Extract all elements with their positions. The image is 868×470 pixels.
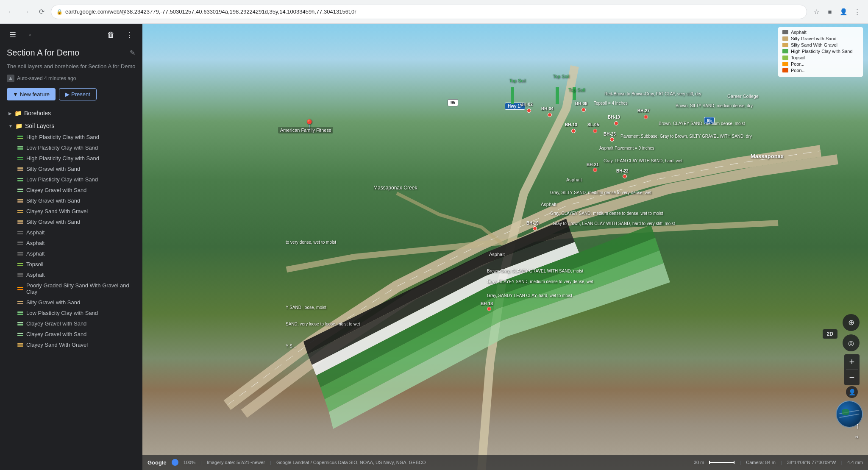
- svg-rect-4: [17, 157, 23, 158]
- layer-icon-7: [17, 209, 24, 214]
- street-view-button[interactable]: 👤: [846, 386, 858, 398]
- svg-rect-20: [17, 242, 23, 243]
- info-button[interactable]: [172, 459, 178, 466]
- scale-bar: [709, 461, 734, 464]
- layer-icon-5: [17, 187, 24, 193]
- forward-button[interactable]: →: [20, 6, 32, 18]
- layer-item-19[interactable]: Clayey Sand With Gravel: [7, 339, 139, 350]
- svg-rect-1: [17, 138, 23, 139]
- layer-item-11[interactable]: Asphalt: [7, 248, 139, 259]
- layer-item-8[interactable]: Silty Gravel with Sand: [7, 217, 139, 227]
- layer-icon-12: [17, 261, 24, 267]
- more-options-button[interactable]: ⋮: [122, 27, 137, 42]
- present-button[interactable]: ▶ Present: [59, 88, 97, 100]
- legend-item-silty-gravel: Silty Gravel with Sand: [782, 36, 859, 41]
- camera-info: Camera: 84 m: [746, 460, 776, 465]
- layer-label-14: Poorly Graded Silty Sand With Gravel and…: [26, 282, 137, 295]
- new-feature-icon: ▼: [13, 91, 18, 97]
- app-container: ☰ ← 🗑 ⋮ Section A for Demo ✎ The soil la…: [0, 24, 868, 470]
- layer-item-10[interactable]: Asphalt: [7, 238, 139, 248]
- legend-item-poor: Poor...: [782, 61, 859, 67]
- layer-item-7[interactable]: Clayey Sand With Gravel: [7, 206, 139, 217]
- layer-item-2[interactable]: High Plasticity Clay with Sand: [7, 153, 139, 164]
- svg-rect-12: [17, 199, 23, 200]
- layer-label-16: Low Plasticity Clay with Sand: [26, 310, 98, 316]
- svg-rect-36: [17, 333, 23, 334]
- bookmark-button[interactable]: ☆: [810, 6, 822, 18]
- separator1: |: [200, 460, 202, 465]
- layer-icon-14: [17, 286, 24, 292]
- svg-rect-7: [17, 170, 23, 171]
- legend-item-poon: Poon...: [782, 68, 859, 73]
- legend-color-poor: [782, 62, 788, 66]
- layer-icon-2: [17, 156, 24, 161]
- layer-label-6: Silty Gravel with Sand: [26, 197, 80, 204]
- layer-item-12[interactable]: Topsoil: [7, 259, 139, 270]
- layer-item-17[interactable]: Clayey Gravel with Sand: [7, 318, 139, 329]
- zoom-controls: + −: [844, 354, 860, 385]
- layer-item-6[interactable]: Silty Gravel with Sand: [7, 195, 139, 206]
- layer-icon-15: [17, 300, 24, 306]
- back-button[interactable]: ←: [5, 6, 17, 18]
- new-feature-button[interactable]: ▼ New feature: [7, 88, 56, 100]
- delete-button[interactable]: 🗑: [103, 27, 119, 42]
- boreholes-folder-header[interactable]: ▶ 📁 Boreholes: [7, 107, 139, 119]
- layer-label-18: Clayey Gravel with Sand: [26, 331, 86, 337]
- soil-layers-folder-header[interactable]: ▼ 📁 Soil Layers: [7, 120, 139, 132]
- layer-item-15[interactable]: Silty Gravel with Sand: [7, 297, 139, 308]
- gps-button[interactable]: ◎: [843, 334, 860, 351]
- layer-icon-1: [17, 145, 24, 151]
- layer-list: High Plasticity Clay with Sand Low Plast…: [7, 132, 139, 350]
- zoom-out-button[interactable]: −: [844, 370, 860, 385]
- layer-item-0[interactable]: High Plasticity Clay with Sand: [7, 132, 139, 142]
- svg-rect-10: [17, 189, 23, 190]
- layer-item-9[interactable]: Asphalt: [7, 227, 139, 238]
- zoom-in-button[interactable]: +: [844, 354, 860, 370]
- legend-color-silty-gravel: [782, 36, 788, 41]
- coordinates: 38°14'06"N 77°30'09"W: [787, 460, 836, 465]
- back-nav-button[interactable]: ←: [24, 27, 39, 42]
- project-title-text: Section A for Demo: [7, 48, 79, 58]
- svg-rect-34: [17, 322, 23, 323]
- layer-icon-6: [17, 198, 24, 204]
- layer-item-14[interactable]: Poorly Graded Silty Sand With Gravel and…: [7, 280, 139, 297]
- hwy17-badge: Hwy 17: [505, 103, 525, 110]
- 2d-button[interactable]: 2D: [823, 329, 837, 339]
- soil-layers-folder-label: Soil Layers: [25, 122, 54, 129]
- legend-color-high-plasticity: [782, 49, 788, 53]
- address-bar[interactable]: 🔒 earth.google.com/web/@38.23423779,-77.…: [51, 5, 807, 19]
- project-description: The soil layers and boreholes for Sectio…: [7, 63, 139, 70]
- layer-icon-11: [17, 251, 24, 257]
- extensions-button[interactable]: ■: [824, 6, 836, 18]
- borehole-dot-BH-10: [614, 121, 618, 125]
- borehole-dot-BH-25: [610, 137, 614, 142]
- profile-button[interactable]: 👤: [837, 6, 849, 18]
- svg-rect-14: [17, 210, 23, 211]
- layer-label-7: Clayey Sand With Gravel: [26, 208, 88, 214]
- topsoil-bar-bh02: [511, 87, 514, 104]
- layer-item-18[interactable]: Clayey Gravel with Sand: [7, 329, 139, 339]
- map-area[interactable]: 📍 American Family Fitness Massaponax Cre…: [142, 24, 868, 470]
- layer-item-16[interactable]: Low Plasticity Clay with Sand: [7, 308, 139, 318]
- recenter-button[interactable]: ⊕: [843, 314, 860, 331]
- layer-icon-8: [17, 219, 24, 225]
- autosave-row: Auto-saved 4 minutes ago: [7, 75, 139, 82]
- svg-rect-16: [17, 220, 23, 222]
- project-title-row: Section A for Demo ✎: [7, 46, 139, 59]
- legend-color-silty-sand: [782, 43, 788, 47]
- svg-rect-18: [17, 231, 23, 232]
- svg-rect-22: [17, 252, 23, 253]
- layer-label-1: Low Plasticity Clay with Sand: [26, 145, 98, 151]
- layer-item-3[interactable]: Silty Gravel with Sand: [7, 164, 139, 174]
- layer-item-13[interactable]: Asphalt: [7, 270, 139, 280]
- layer-item-5[interactable]: Clayey Gravel with Sand: [7, 185, 139, 195]
- layer-item-4[interactable]: Low Plasticity Clay with Sand: [7, 174, 139, 185]
- reload-button[interactable]: ⟳: [36, 6, 47, 18]
- hamburger-menu-button[interactable]: ☰: [5, 27, 20, 42]
- massaponax-label: Massaponax: [751, 153, 784, 159]
- layer-icon-0: [17, 134, 24, 140]
- more-menu-button[interactable]: ⋮: [851, 6, 863, 18]
- layer-item-1[interactable]: Low Plasticity Clay with Sand: [7, 142, 139, 153]
- i95-badge2: 95: [704, 117, 715, 124]
- edit-title-button[interactable]: ✎: [125, 46, 139, 59]
